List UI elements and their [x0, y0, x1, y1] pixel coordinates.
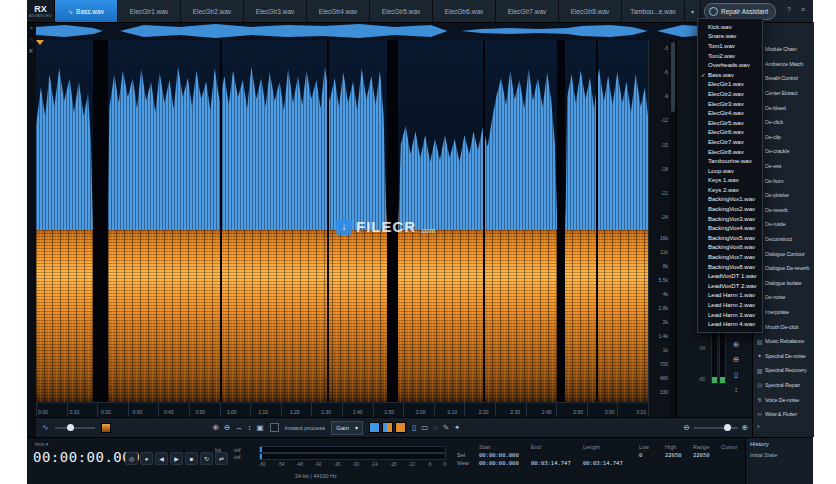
wave-icon[interactable]: ∿ [30, 37, 34, 42]
zoom-slider-knob[interactable] [724, 424, 731, 431]
tool-icon[interactable]: ✦ [454, 423, 460, 432]
zoom-slider[interactable] [694, 427, 738, 429]
file-menu-item[interactable]: BackingVox3.wav [698, 214, 762, 224]
file-menu-item[interactable]: Tom2.wav [698, 51, 762, 61]
waveform-overview[interactable] [36, 22, 754, 41]
spectrogram-canvas[interactable]: ↓ FILECR .com [36, 40, 648, 402]
transport-button[interactable]: ▶ [170, 452, 183, 465]
scrollbar-thumb[interactable] [671, 42, 675, 112]
file-menu-item[interactable]: ElecGtr1.wav [698, 80, 762, 90]
zoom-icon[interactable]: ⊕ [733, 340, 739, 349]
blend-slider-knob[interactable] [67, 424, 74, 431]
file-menu-item[interactable]: ElecGtr2.wav [698, 89, 762, 99]
lock-icon[interactable]: ≡ [30, 26, 33, 31]
tab[interactable]: ElecGtr4.wav [307, 0, 370, 22]
file-menu-item[interactable]: ElecGtr6.wav [698, 128, 762, 138]
file-menu-item[interactable]: LeadVoxDT 2.wav [698, 281, 762, 291]
file-menu-item[interactable]: BackingVox6.wav [698, 243, 762, 253]
tool-icon[interactable]: ◌ [433, 423, 437, 432]
file-menu-item[interactable]: BackingVox2.wav [698, 204, 762, 214]
transport-button[interactable]: ↻ [200, 452, 213, 465]
zoom-icon[interactable]: ⊖ [224, 423, 230, 432]
file-menu-item[interactable]: Keys 1.wav [698, 176, 762, 186]
module-item[interactable]: ↯ Voice De-noise [753, 392, 814, 407]
help-icon[interactable]: ? [787, 6, 791, 13]
file-menu-item[interactable]: Lead Harm 2.wav [698, 300, 762, 310]
file-menu-item[interactable]: BackingVox1.wav [698, 195, 762, 205]
time-unit-selector[interactable]: hms ▾ [35, 441, 48, 447]
grid-icon[interactable]: ◧ [29, 48, 33, 53]
tab[interactable]: Tambou...e.wav [622, 0, 685, 22]
tab[interactable]: ElecGtr3.wav [244, 0, 307, 22]
file-menu-item[interactable]: Keys 2.wav [698, 185, 762, 195]
module-icon: ▧ [756, 338, 763, 345]
transport-button[interactable]: ◎ [125, 452, 138, 465]
transport-button[interactable]: ■ [185, 452, 198, 465]
file-menu-item[interactable]: Snare.wav [698, 32, 762, 42]
file-menu-item[interactable]: Tambourine.wav [698, 156, 762, 166]
file-menu-item[interactable]: Tom1.wav [698, 41, 762, 51]
file-menu-item[interactable]: BackingVox8.wav [698, 262, 762, 272]
transport-button[interactable]: ⇄ [215, 452, 228, 465]
file-menu-item[interactable]: ElecGtr8.wav [698, 147, 762, 157]
file-menu-item[interactable]: Lead Harm 4.wav [698, 319, 762, 329]
file-menu-item[interactable]: ✓ Bass.wav [698, 70, 762, 80]
history-item[interactable]: Initial State [750, 452, 809, 458]
zoom-in-icon[interactable]: ⊕ [742, 423, 748, 432]
zoom-icon[interactable]: ▯ [734, 370, 738, 379]
file-menu-item[interactable]: Lead Harm 1.wav [698, 291, 762, 301]
amplitude-frequency-ruler[interactable]: -3-6-9-12-15-18-21-24 16k11k8k5.5k4k2.8k… [648, 40, 671, 417]
waveform-spectrogram-blend-slider[interactable] [55, 427, 95, 429]
process-select[interactable]: Gain ▾ [331, 421, 363, 435]
transport-button[interactable]: ◀ [155, 452, 168, 465]
playhead-marker[interactable] [36, 40, 44, 45]
zoom-icon[interactable]: ▣ [257, 423, 264, 432]
file-menu-item[interactable]: ElecGtr7.wav [698, 137, 762, 147]
module-item[interactable]: ✦ Spectral De-noise [753, 348, 814, 363]
zoom-icon[interactable]: ⊖ [733, 355, 739, 364]
tab[interactable]: ElecGtr8.wav [559, 0, 622, 22]
module-item[interactable]: ▨ Spectral Recovery [753, 363, 814, 378]
transport-button[interactable]: ● [140, 452, 153, 465]
time-ruler[interactable]: 0:000:100:200:300:400:501:001:101:201:30… [36, 402, 648, 417]
file-menu-item[interactable]: LeadVoxDT 1.wav [698, 271, 762, 281]
file-menu-item[interactable]: BackingVox5.wav [698, 233, 762, 243]
file-menu-item[interactable]: ElecGtr3.wav [698, 99, 762, 109]
tab[interactable]: ElecGtr7.wav [496, 0, 559, 22]
file-menu-item[interactable]: Kick.wav [698, 22, 762, 32]
menu-icon[interactable]: ≡ [801, 6, 805, 13]
file-menu-item[interactable]: Loop.wav [698, 166, 762, 176]
zoom-icon[interactable]: ⊕ [213, 423, 219, 432]
file-menu-item[interactable]: ElecGtr5.wav [698, 118, 762, 128]
panel-expand-icon[interactable]: › [757, 422, 760, 431]
file-menu-item[interactable]: Overheads.wav [698, 60, 762, 70]
tab[interactable]: ElecGtr6.wav [433, 0, 496, 22]
file-menu-item[interactable]: ElecGtr4.wav [698, 108, 762, 118]
tab-active[interactable]: ∿ Bass.wav [55, 0, 118, 22]
tool-icon[interactable]: ▭ [421, 423, 428, 432]
time-tick-label: 0:10 [69, 409, 79, 415]
module-item[interactable]: ▧ Music Rebalance [753, 334, 814, 349]
file-menu-item[interactable]: Lead Harm 3.wav [698, 310, 762, 320]
freq-tick-label: 2.8k [659, 305, 668, 311]
zoom-icon[interactable]: ↕ [248, 423, 252, 432]
tool-icon[interactable]: ✎ [443, 423, 449, 432]
instant-process-checkbox[interactable] [270, 423, 279, 432]
module-label: De-reverb [765, 207, 788, 213]
zoom-out-icon[interactable]: ⊖ [683, 423, 689, 432]
tab[interactable]: ElecGtr2.wav [181, 0, 244, 22]
waveform-view-button[interactable] [369, 422, 380, 433]
zoom-icon[interactable]: ↔ [235, 423, 243, 432]
module-item[interactable]: ∞ Wow & Flutter [753, 407, 814, 422]
tool-icon[interactable]: ▯ [412, 423, 416, 432]
module-item[interactable]: ◎ Spectral Repair [753, 378, 814, 393]
spectrogram-view-button[interactable] [395, 422, 406, 433]
tab[interactable]: ElecGtr5.wav [370, 0, 433, 22]
tab[interactable]: ElecGtr1.wav [118, 0, 181, 22]
file-menu-item[interactable]: BackingVox4.wav [698, 223, 762, 233]
blend-view-button[interactable] [382, 422, 393, 433]
file-menu-item[interactable]: BackingVox7.wav [698, 252, 762, 262]
time-tick-label: 1:50 [384, 409, 394, 415]
zoom-icon[interactable]: ↕ [734, 385, 738, 394]
module-label: Voice De-noise [765, 397, 799, 403]
